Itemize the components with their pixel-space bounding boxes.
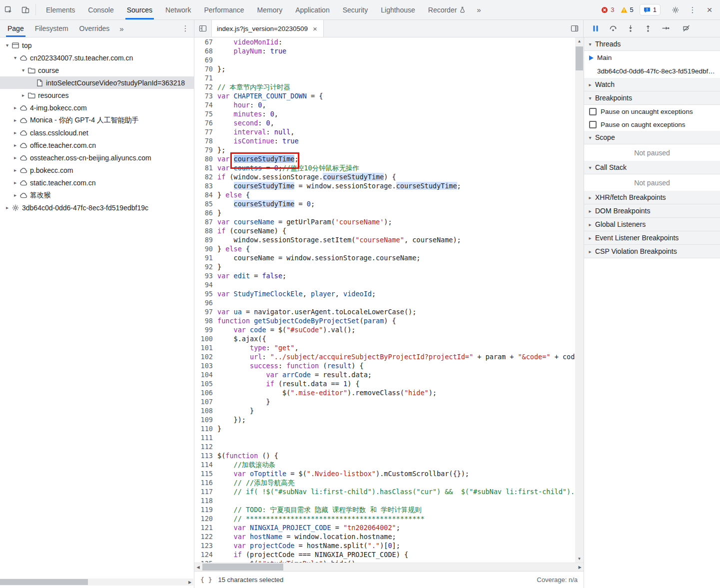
line-number[interactable]: 110 bbox=[194, 424, 217, 433]
tree-item-intoselectcoursevideo-studyplanid-363218[interactable]: intoSelectCourseVideo?studyPlanId=363218 bbox=[0, 76, 194, 89]
editor-horizontal-scrollbar[interactable]: ◀ ▶ bbox=[194, 563, 584, 571]
code-line[interactable]: 106 $(".mise-editor").removeClass("hide"… bbox=[194, 388, 575, 397]
code-line[interactable]: 67 videoMonIid: bbox=[194, 37, 575, 46]
main-tab-network[interactable]: Network bbox=[159, 0, 197, 19]
step-into-button[interactable] bbox=[622, 20, 639, 37]
code-line[interactable]: 110} bbox=[194, 424, 575, 433]
tree-collapsed-arrow-icon[interactable]: ▸ bbox=[12, 155, 18, 160]
line-number[interactable]: 104 bbox=[194, 370, 217, 379]
tree-item-static-teacher-com-cn[interactable]: ▸static.teacher.com.cn bbox=[0, 176, 194, 189]
section-header-global-listeners[interactable]: ▸Global Listeners bbox=[584, 218, 720, 231]
file-tab[interactable]: index.js?js_version=20230509 × bbox=[211, 20, 324, 37]
line-number[interactable]: 107 bbox=[194, 397, 217, 406]
line-number[interactable]: 115 bbox=[194, 469, 217, 478]
code-line[interactable]: 102 url: "../subject/accquireSubjectByPr… bbox=[194, 352, 575, 361]
line-number[interactable]: 118 bbox=[194, 496, 217, 505]
code-line[interactable]: 103 success: function (result) { bbox=[194, 361, 575, 370]
step-button[interactable] bbox=[657, 20, 674, 37]
line-number[interactable]: 74 bbox=[194, 100, 217, 109]
console-warnings-badge[interactable]: 5 bbox=[621, 6, 634, 13]
tree-item-[interactable]: ▸篡改猴 bbox=[0, 189, 194, 201]
console-errors-badge[interactable]: 3 bbox=[601, 6, 614, 13]
code-line[interactable]: 112 bbox=[194, 442, 575, 451]
code-line[interactable]: 99 var code = $("#suCode").val(); bbox=[194, 325, 575, 334]
navigator-more-tabs-chevron[interactable]: » bbox=[115, 20, 128, 37]
settings-button[interactable] bbox=[667, 6, 684, 14]
breakpoint-option-pause-on-caught-exceptions[interactable]: Pause on caught exceptions bbox=[584, 118, 720, 131]
pause-script-button[interactable] bbox=[587, 20, 604, 37]
line-number[interactable]: 116 bbox=[194, 478, 217, 487]
line-number[interactable]: 103 bbox=[194, 361, 217, 370]
scrollbar-arrow-down-icon[interactable]: ▼ bbox=[575, 555, 584, 563]
code-line[interactable]: 82if (window.sessionStorage.courseStudyT… bbox=[194, 172, 575, 181]
line-number[interactable]: 72 bbox=[194, 82, 217, 91]
navigator-more-options-button[interactable]: ⋮ bbox=[177, 20, 194, 37]
code-line[interactable]: 118 bbox=[194, 496, 575, 505]
tree-collapsed-arrow-icon[interactable]: ▸ bbox=[4, 205, 10, 210]
tree-item-course[interactable]: ▾course bbox=[0, 64, 194, 76]
tree-collapsed-arrow-icon[interactable]: ▸ bbox=[12, 180, 18, 185]
code-line[interactable]: 109 }); bbox=[194, 415, 575, 424]
section-header-xhr-fetch-breakpoints[interactable]: ▸XHR/fetch Breakpoints bbox=[584, 191, 720, 204]
thread-item-3db64c0d-0dd6-47fc-8[interactable]: 3db64c0d-0dd6-47fc-8ec3-fd519edbf19c bbox=[584, 64, 720, 78]
code-line[interactable]: 79}; bbox=[194, 145, 575, 154]
code-line[interactable]: 77 interval: null, bbox=[194, 127, 575, 136]
main-tab-sources[interactable]: Sources bbox=[120, 0, 159, 19]
code-editor[interactable]: 67 videoMonIid:68 playNum: true6970};717… bbox=[194, 37, 584, 563]
section-header-call-stack[interactable]: ▾Call Stack bbox=[584, 161, 720, 174]
code-line[interactable]: 86} bbox=[194, 208, 575, 217]
line-number[interactable]: 82 bbox=[194, 172, 217, 181]
line-number[interactable]: 121 bbox=[194, 523, 217, 532]
tree-item-top[interactable]: ▾top bbox=[0, 39, 194, 51]
code-line[interactable]: 95var StudyTimeClockEle, player, videoId… bbox=[194, 289, 575, 298]
code-line[interactable]: 125 $("#studyTimeRule").hide(); bbox=[194, 559, 575, 563]
line-number[interactable]: 99 bbox=[194, 325, 217, 334]
tree-item-monica-gpt-4[interactable]: ▸Monica - 你的 GPT-4 人工智能助手 bbox=[0, 114, 194, 126]
line-number[interactable]: 111 bbox=[194, 433, 217, 442]
code-line[interactable]: 91 courseName = window.sessionStorage.co… bbox=[194, 253, 575, 262]
pretty-print-button[interactable]: { } bbox=[200, 576, 212, 584]
tree-item-3db64c0d-0dd6-47fc-8ec3-fd519edbf19c[interactable]: ▸3db64c0d-0dd6-47fc-8ec3-fd519edbf19c bbox=[0, 201, 194, 214]
line-number[interactable]: 69 bbox=[194, 55, 217, 64]
issues-badge[interactable]: 1 bbox=[640, 4, 661, 15]
line-number[interactable]: 100 bbox=[194, 334, 217, 343]
code-line[interactable]: 68 playNum: true bbox=[194, 46, 575, 55]
tree-expanded-arrow-icon[interactable]: ▾ bbox=[4, 42, 10, 48]
scrollbar-thumb[interactable] bbox=[576, 46, 583, 70]
breakpoint-option-pause-on-uncaught-exceptions[interactable]: Pause on uncaught exceptions bbox=[584, 105, 720, 118]
tree-collapsed-arrow-icon[interactable]: ▸ bbox=[12, 192, 18, 198]
tree-item-office-teacher-com-cn[interactable]: ▸office.teacher.com.cn bbox=[0, 139, 194, 151]
line-number[interactable]: 85 bbox=[194, 199, 217, 208]
code-line[interactable]: 84} else { bbox=[194, 190, 575, 199]
code-line[interactable]: 120 // *********************************… bbox=[194, 514, 575, 523]
code-line[interactable]: 85 courseStudyTime = 0; bbox=[194, 199, 575, 208]
line-number[interactable]: 120 bbox=[194, 514, 217, 523]
line-number[interactable]: 122 bbox=[194, 532, 217, 541]
section-header-event-listener-breakpoints[interactable]: ▸Event Listener Breakpoints bbox=[584, 231, 720, 245]
code-line[interactable]: 113$(function () { bbox=[194, 451, 575, 460]
line-number[interactable]: 86 bbox=[194, 208, 217, 217]
main-tab-console[interactable]: Console bbox=[81, 0, 120, 19]
thread-item-main[interactable]: Main bbox=[584, 51, 720, 64]
line-number[interactable]: 95 bbox=[194, 289, 217, 298]
code-line[interactable]: 71 bbox=[194, 73, 575, 82]
line-number[interactable]: 96 bbox=[194, 298, 217, 307]
line-number[interactable]: 83 bbox=[194, 181, 217, 190]
step-out-button[interactable] bbox=[639, 20, 657, 37]
line-number[interactable]: 88 bbox=[194, 226, 217, 235]
line-number[interactable]: 114 bbox=[194, 460, 217, 469]
line-number[interactable]: 94 bbox=[194, 280, 217, 289]
code-line[interactable]: 96 bbox=[194, 298, 575, 307]
code-line[interactable]: 105 if (result.data == 1) { bbox=[194, 379, 575, 388]
code-line[interactable]: 90} else { bbox=[194, 244, 575, 253]
more-panels-chevron[interactable]: » bbox=[472, 0, 485, 19]
scrollbar-arrow-right-icon[interactable]: ▶ bbox=[576, 563, 584, 571]
code-line[interactable]: 101 type: "get", bbox=[194, 343, 575, 352]
code-line[interactable]: 80var courseStudyTime; bbox=[194, 154, 575, 163]
line-number[interactable]: 87 bbox=[194, 217, 217, 226]
scrollbar-arrow-up-icon[interactable]: ▲ bbox=[575, 37, 584, 45]
line-number[interactable]: 77 bbox=[194, 127, 217, 136]
line-number[interactable]: 125 bbox=[194, 559, 217, 563]
line-number[interactable]: 91 bbox=[194, 253, 217, 262]
line-number[interactable]: 113 bbox=[194, 451, 217, 460]
